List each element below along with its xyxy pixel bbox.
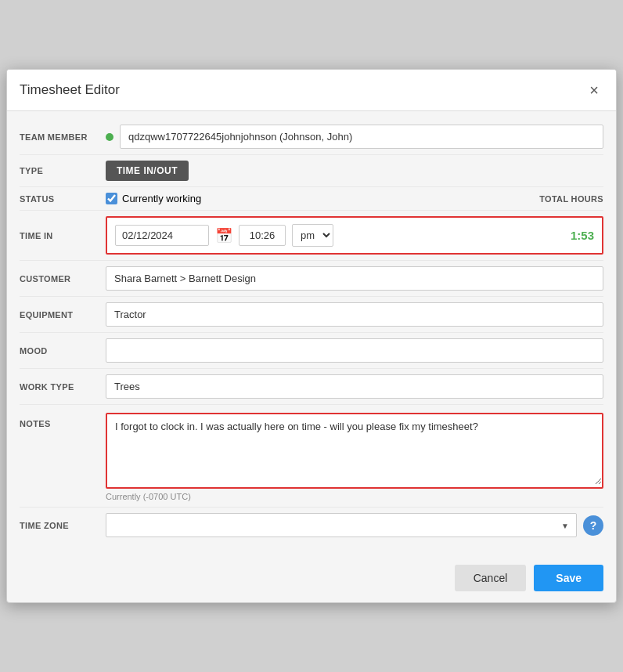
equipment-label: EQUIPMENT bbox=[20, 310, 106, 320]
team-member-value-container bbox=[106, 125, 603, 149]
work-type-value-container bbox=[106, 374, 603, 399]
work-type-label: WORK TYPE bbox=[20, 382, 106, 392]
mood-row: MOOD bbox=[20, 333, 603, 369]
total-hours-label: TOTAL HOURS bbox=[539, 194, 603, 204]
customer-input[interactable] bbox=[106, 266, 603, 291]
type-button[interactable]: TIME IN/OUT bbox=[106, 161, 189, 181]
online-indicator bbox=[106, 133, 113, 141]
status-value-container: Currently working TOTAL HOURS bbox=[106, 193, 603, 204]
mood-value-container bbox=[106, 338, 603, 363]
equipment-value-container bbox=[106, 302, 603, 327]
status-row: STATUS Currently working TOTAL HOURS bbox=[20, 187, 603, 211]
type-row: TYPE TIME IN/OUT bbox=[20, 155, 603, 187]
team-member-row: TEAM MEMBER bbox=[20, 119, 603, 155]
timezone-wrapper bbox=[106, 513, 577, 537]
cancel-button[interactable]: Cancel bbox=[455, 565, 527, 591]
mood-label: MOOD bbox=[20, 346, 106, 356]
notes-value-container: I forgot to clock in. I was actually her… bbox=[106, 413, 603, 501]
save-button[interactable]: Save bbox=[534, 565, 603, 591]
work-type-input[interactable] bbox=[106, 374, 603, 399]
status-left: Currently working bbox=[106, 193, 539, 204]
equipment-row: EQUIPMENT bbox=[20, 297, 603, 333]
notes-row: NOTES I forgot to clock in. I was actual… bbox=[20, 405, 603, 508]
mood-input[interactable] bbox=[106, 338, 603, 363]
status-text: Currently working bbox=[122, 193, 201, 204]
timezone-sub-label: Currently (-0700 UTC) bbox=[106, 492, 603, 501]
timezone-value-container: ? bbox=[106, 513, 603, 537]
timezone-input-row: ? bbox=[106, 513, 603, 537]
help-button[interactable]: ? bbox=[583, 515, 603, 536]
notes-section: I forgot to clock in. I was actually her… bbox=[106, 413, 603, 489]
time-in-container: 📅 am pm 1:53 bbox=[106, 216, 603, 255]
dialog-header: Timesheet Editor × bbox=[7, 70, 616, 111]
customer-label: CUSTOMER bbox=[20, 274, 106, 284]
close-button[interactable]: × bbox=[585, 81, 603, 99]
dialog-footer: Cancel Save bbox=[7, 555, 616, 602]
team-member-label: TEAM MEMBER bbox=[20, 132, 106, 142]
time-in-label: TIME IN bbox=[20, 231, 106, 240]
customer-value-container bbox=[106, 266, 603, 291]
notes-textarea[interactable]: I forgot to clock in. I was actually her… bbox=[107, 414, 602, 485]
type-label: TYPE bbox=[20, 166, 106, 175]
notes-label: NOTES bbox=[20, 413, 106, 428]
timezone-select[interactable] bbox=[106, 513, 577, 537]
total-hours-value: 1:53 bbox=[571, 229, 594, 242]
dialog-body: TEAM MEMBER TYPE TIME IN/OUT STATUS Curr… bbox=[7, 111, 616, 555]
time-in-row: TIME IN 📅 am pm 1:53 bbox=[20, 211, 603, 261]
timezone-label: TIME ZONE bbox=[20, 521, 106, 530]
calendar-icon[interactable]: 📅 bbox=[215, 227, 232, 244]
equipment-input[interactable] bbox=[106, 302, 603, 327]
member-row bbox=[106, 125, 603, 149]
team-member-input[interactable] bbox=[120, 125, 603, 149]
timesheet-editor-dialog: Timesheet Editor × TEAM MEMBER TYPE TIME… bbox=[6, 69, 617, 603]
date-input[interactable] bbox=[115, 225, 209, 246]
timezone-row: TIME ZONE ? bbox=[20, 508, 603, 543]
time-input[interactable] bbox=[239, 225, 286, 246]
dialog-title: Timesheet Editor bbox=[20, 82, 120, 98]
ampm-select[interactable]: am pm bbox=[292, 224, 333, 247]
status-label: STATUS bbox=[20, 194, 106, 204]
currently-working-checkbox[interactable] bbox=[106, 193, 117, 204]
type-value-container: TIME IN/OUT bbox=[106, 161, 603, 181]
customer-row: CUSTOMER bbox=[20, 261, 603, 297]
work-type-row: WORK TYPE bbox=[20, 369, 603, 405]
time-in-section: 📅 am pm 1:53 bbox=[106, 216, 603, 255]
